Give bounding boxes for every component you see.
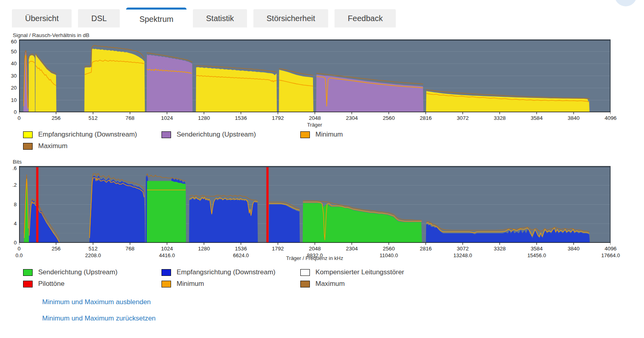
- bits-freq-label: 0.0: [16, 252, 23, 258]
- bits-chart-svg: [19, 166, 611, 245]
- snr-chart-svg: [19, 39, 611, 115]
- snr-chart-x-tick-label: 512: [89, 115, 98, 121]
- snr-chart-y-tick-label: 20: [1, 85, 17, 91]
- legend-label: Minimum: [315, 131, 343, 139]
- bits-chart-x-tick-label: 1280: [198, 246, 210, 252]
- bits-chart-x-tick-label: 512: [89, 246, 98, 252]
- bits-freq-label: 11040.0: [379, 252, 398, 258]
- bits-chart-x-tick-label: 2048: [309, 246, 321, 252]
- snr-chart-x-tick-label: 3072: [457, 115, 469, 121]
- legend-label: Senderichtung (Upstream): [38, 268, 117, 276]
- snr-x-tick-labels: 0256512768102412801536179220482304256028…: [19, 115, 611, 122]
- bits-freq-labels-row: Träger / Frequenz in kHz 0.02208.04416.0…: [19, 252, 611, 267]
- bits-legend: Senderichtung (Upstream)Empfangsrichtung…: [23, 268, 644, 288]
- snr-chart-y-tick-label: 0: [1, 109, 17, 115]
- snr-chart-x-tick-label: 1792: [272, 115, 284, 121]
- bits-chart-y-tick-label: 8: [1, 201, 17, 207]
- snr-chart-x-tick-label: 2560: [383, 115, 395, 121]
- snr-chart-y-tick-label: 50: [1, 49, 17, 55]
- bits-chart-y-tick-label: .2: [1, 182, 17, 188]
- legend-label: Kompensierter Leitungsstörer: [315, 268, 404, 276]
- snr-chart-x-tick-label: 3584: [531, 115, 543, 121]
- legend-swatch-white: [300, 269, 310, 276]
- legend-swatch-yellow: [23, 131, 33, 138]
- legend-item: Pilottöne: [23, 280, 161, 288]
- snr-chart-x-tick-label: 768: [126, 115, 135, 121]
- bits-chart-plot: 048.2.6: [19, 166, 611, 245]
- legend-item: Senderichtung (Upstream): [23, 268, 161, 276]
- bits-chart-y-tick-label: .6: [1, 165, 17, 171]
- bits-chart-x-tick-label: 2560: [383, 246, 395, 252]
- bits-freq-label: 15456.0: [527, 252, 546, 258]
- bits-chart-x-tick-label: 4096: [605, 246, 617, 252]
- snr-chart-x-tick-label: 3840: [568, 115, 580, 121]
- legend-swatch-brown: [300, 281, 310, 287]
- tab-stoersicherheit[interactable]: Störsicherheit: [253, 9, 328, 27]
- legend-swatch-blue: [161, 269, 171, 276]
- snr-chart-title: Signal / Rausch-Verhältnis in dB: [13, 32, 644, 38]
- snr-chart-x-tick-label: 1024: [161, 115, 173, 121]
- bits-freq-label: 8832.0: [307, 252, 323, 258]
- bits-freq-label: 4416.0: [159, 252, 175, 258]
- legend-swatch-red: [23, 281, 33, 287]
- spectrum-page: ÜbersichtDSLSpektrumStatistikStörsicherh…: [0, 0, 644, 338]
- legend-item: Kompensierter Leitungsstörer: [300, 268, 644, 276]
- snr-chart-section: Signal / Rausch-Verhältnis in dB 0102030…: [19, 32, 644, 150]
- legend-label: Pilottöne: [38, 280, 64, 288]
- tab-spektrum[interactable]: Spektrum: [126, 8, 187, 29]
- snr-chart-x-tick-label: 0: [18, 115, 21, 121]
- legend-swatch-orange: [300, 131, 310, 138]
- legend-swatch-green: [23, 269, 33, 276]
- bits-chart-y-tick-label: 0: [1, 240, 17, 246]
- snr-legend: Empfangsrichtung (Downstream)Senderichtu…: [23, 131, 644, 150]
- snr-chart-y-tick-label: 30: [1, 73, 17, 79]
- bits-freq-label: 13248.0: [453, 252, 472, 258]
- bits-chart-x-tick-label: 0: [18, 246, 21, 252]
- bits-chart-title: Bits: [13, 159, 644, 165]
- legend-item: Senderichtung (Upstream): [161, 131, 300, 139]
- snr-x-axis-title: Träger: [307, 122, 322, 128]
- snr-chart-y-tick-label: 60: [1, 39, 17, 45]
- legend-item: Empfangsrichtung (Downstream): [23, 131, 161, 139]
- minmax-links: Minimum und Maximum ausblenden Minimum u…: [42, 298, 644, 322]
- snr-chart-x-tick-label: 3328: [494, 115, 506, 121]
- bits-x-tick-labels: 0256512768102412801536179220482304256028…: [19, 246, 611, 252]
- snr-chart-x-tick-label: 4096: [605, 115, 617, 121]
- bits-chart-x-tick-label: 2304: [346, 246, 358, 252]
- legend-label: Minimum: [177, 280, 204, 288]
- snr-chart-x-tick-label: 1536: [235, 115, 247, 121]
- tab-uebersicht[interactable]: Übersicht: [12, 9, 72, 27]
- bits-chart-section: Bits 048.2.6 025651276810241280153617922…: [19, 159, 644, 322]
- bits-freq-label: 6624.0: [233, 252, 249, 258]
- tab-statistik[interactable]: Statistik: [193, 9, 247, 27]
- legend-label: Senderichtung (Upstream): [177, 131, 256, 139]
- bits-chart-x-tick-label: 1536: [235, 246, 247, 252]
- reset-minmax-link[interactable]: Minimum und Maximum zurücksetzen: [42, 315, 644, 322]
- hide-minmax-link[interactable]: Minimum und Maximum ausblenden: [42, 298, 644, 306]
- bits-chart-x-tick-label: 1024: [161, 246, 173, 252]
- legend-label: Maximum: [315, 280, 345, 288]
- legend-label: Empfangsrichtung (Downstream): [177, 268, 275, 276]
- tab-feedback[interactable]: Feedback: [335, 9, 396, 27]
- legend-item: Empfangsrichtung (Downstream): [161, 268, 300, 276]
- bits-chart-x-tick-label: 3072: [457, 246, 469, 252]
- snr-chart-x-tick-label: 2048: [309, 115, 321, 121]
- bits-chart-x-tick-label: 3840: [568, 246, 580, 252]
- tab-dsl[interactable]: DSL: [78, 9, 120, 27]
- legend-label: Empfangsrichtung (Downstream): [38, 131, 137, 139]
- legend-item: Minimum: [161, 280, 300, 288]
- legend-swatch-orange: [161, 281, 171, 287]
- snr-chart-x-tick-label: 2816: [420, 115, 432, 121]
- tab-bar: ÜbersichtDSLSpektrumStatistikStörsicherh…: [0, 0, 644, 29]
- bits-chart-y-tick-label: 4: [1, 221, 17, 227]
- bits-freq-label: 17664.0: [601, 252, 620, 258]
- bits-chart-x-tick-label: 2816: [420, 246, 432, 252]
- bits-chart-x-tick-label: 256: [52, 246, 61, 252]
- bits-freq-label: 2208.0: [85, 252, 101, 258]
- bits-chart-x-tick-label: 1792: [272, 246, 284, 252]
- bits-chart-x-tick-label: 3328: [494, 246, 506, 252]
- snr-x-axis-title-row: Träger: [19, 122, 611, 129]
- bits-chart-x-tick-label: 768: [126, 246, 135, 252]
- snr-chart-y-tick-label: 10: [1, 97, 17, 103]
- snr-chart-x-tick-label: 2304: [346, 115, 358, 121]
